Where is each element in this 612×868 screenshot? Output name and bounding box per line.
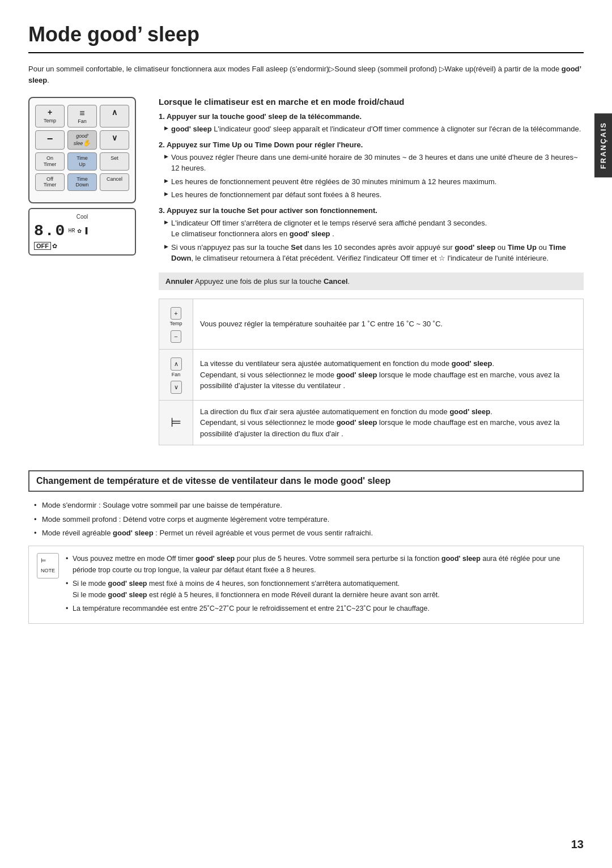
plus-btn: + Temp (35, 105, 65, 127)
remote-display: Cool 8.0 HR ✿ ▌ OFF ✿ (28, 208, 136, 256)
on-timer-btn: OnTimer (35, 152, 65, 171)
down-arrow-btn: ∨ (100, 130, 129, 150)
info-table: + Temp − Vous pouvez régler la températu… (159, 299, 584, 446)
note-box: ⊨NOTE Vous pouvez mettre en mode Off tim… (28, 546, 584, 624)
up-arrow-btn: ∧ (100, 105, 129, 127)
page-number: 13 (571, 838, 584, 851)
instructions-section: Lorsque le climatiseur est en marche et … (159, 97, 584, 457)
remote-illustration: + Temp ≡Fan ∧ − good'slee✋ ∨ (28, 97, 142, 457)
bottom-section: Changement de température et de vitesse … (28, 470, 584, 624)
step-2: 2. Appuyez sur Time Up ou Time Down pour… (159, 141, 584, 201)
set-btn: Set (100, 152, 129, 171)
page-title: Mode good’ sleep (28, 23, 584, 53)
bottom-bullets: Mode s'endormir : Soulage votre sommeil … (28, 500, 584, 539)
icon-airflow: ⊨ (159, 400, 193, 445)
table-row: ∧ Fan ∨ La vitesse du ventilateur sera a… (159, 350, 584, 401)
language-tab: FRANÇAIS (594, 113, 612, 177)
fan-btn: ≡Fan (67, 105, 97, 127)
icon-temp: + Temp − (159, 299, 193, 350)
good-sleep-btn: good'slee✋ (67, 130, 97, 150)
minus-btn: − (35, 130, 65, 150)
annuler-box: Annuler Appuyez une fois de plus sur la … (159, 273, 584, 290)
time-up-btn: TimeUp (67, 152, 97, 171)
section1-title: Lorsque le climatiseur est en marche et … (159, 97, 584, 107)
icon-fan: ∧ Fan ∨ (159, 350, 193, 401)
table-row: ⊨ La direction du flux d'air sera ajusté… (159, 400, 584, 445)
table-row: + Temp − Vous pouvez régler la températu… (159, 299, 584, 350)
bottom-title: Changement de température et de vitesse … (28, 470, 584, 492)
cancel-btn: Cancel (100, 173, 129, 192)
note-icon: ⊨NOTE (37, 553, 59, 578)
step-3: 3. Appuyez sur la touche Set pour active… (159, 206, 584, 264)
intro-text: Pour un sommeil confortable, le climatis… (28, 63, 584, 86)
step-1: 1. Appuyer sur la touche good' sleep de … (159, 112, 584, 135)
time-down-btn: TimeDown (67, 173, 97, 192)
off-timer-btn: OffTimer (35, 173, 65, 192)
